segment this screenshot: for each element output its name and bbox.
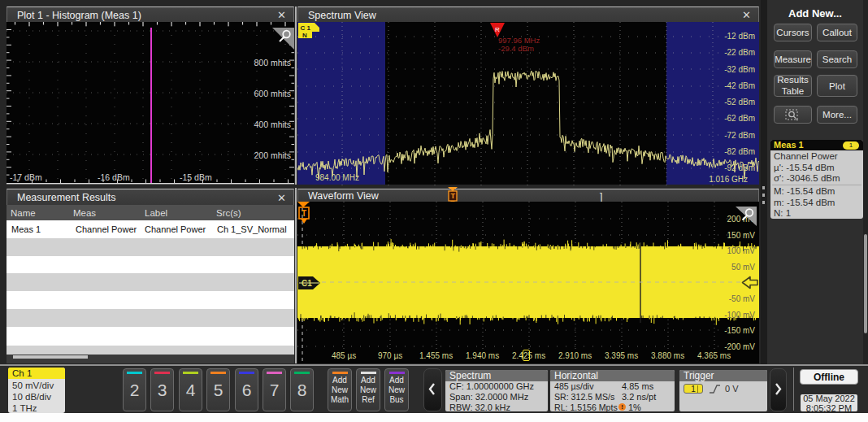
svg-text:N: N [302, 32, 307, 39]
svg-text:C1: C1 [302, 279, 312, 288]
svg-text:T: T [302, 209, 306, 218]
svg-text:R: R [495, 26, 500, 33]
svg-text:T: T [451, 192, 456, 200]
svg-text:C 1: C 1 [301, 24, 311, 32]
